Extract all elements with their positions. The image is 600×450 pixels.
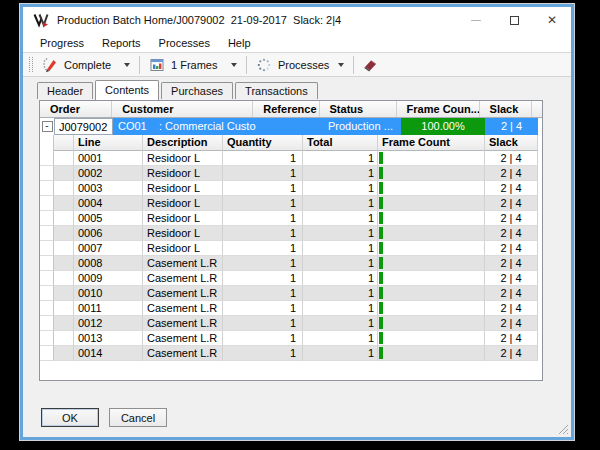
column-header-status[interactable]: Status	[320, 101, 397, 117]
processes-label: Processes	[278, 59, 330, 71]
total-cell: 1	[303, 226, 378, 241]
minimize-icon	[471, 20, 481, 21]
menu-processes[interactable]: Processes	[150, 37, 219, 49]
menu-help[interactable]: Help	[219, 37, 260, 49]
resize-grip[interactable]	[556, 422, 569, 435]
status-ellipsis: ...	[384, 120, 393, 135]
tab-contents[interactable]: Contents	[95, 80, 159, 100]
eraser-button[interactable]	[358, 54, 382, 75]
toolbar-separator	[139, 56, 140, 74]
total-cell: 1	[303, 316, 378, 331]
column-header-total[interactable]: Total	[303, 135, 378, 151]
line-row[interactable]: 0005 Residoor L 1 1 7.14% 2 | 4	[40, 211, 542, 226]
close-button[interactable]: ✕	[533, 7, 571, 33]
menu-progress[interactable]: Progress	[31, 37, 93, 49]
chevron-down-icon[interactable]	[231, 63, 237, 67]
cancel-button[interactable]: Cancel	[109, 408, 167, 427]
total-cell: 1	[303, 301, 378, 316]
line-row[interactable]: 0012 Casement L.R 1 1 7.14% 2 | 4	[40, 316, 542, 331]
processes-spinner-icon	[256, 57, 272, 73]
ok-button[interactable]: OK	[41, 408, 99, 427]
quantity-cell: 1	[223, 301, 303, 316]
order-row-selected[interactable]: - J0079002 CO01 : Commercial Customer ..…	[40, 118, 542, 135]
window-title: Production Batch Home/J0079002 21-09-201…	[57, 14, 457, 26]
tab-purchases[interactable]: Purchases	[161, 82, 233, 99]
total-cell: 1	[303, 211, 378, 226]
quantity-cell: 1	[223, 181, 303, 196]
minimize-button[interactable]	[457, 7, 495, 33]
column-header-description[interactable]: Description	[143, 135, 223, 151]
status-cell: Production ...	[323, 118, 401, 135]
frame-count-cell: 7.14%	[378, 196, 485, 211]
line-row[interactable]: 0013 Casement L.R 1 1 7.14% 2 | 4	[40, 331, 542, 346]
slack-cell: 2 | 4	[485, 256, 538, 271]
frame-count-cell: 7.14%	[378, 331, 485, 346]
line-row[interactable]: 0009 Casement L.R 1 1 7.14% 2 | 4	[40, 271, 542, 286]
tab-header[interactable]: Header	[37, 82, 93, 99]
line-row[interactable]: 0014 Casement L.R 1 1 7.14% 2 | 4	[40, 346, 542, 361]
row-header-gutter	[40, 196, 54, 211]
line-cell: 0005	[74, 211, 143, 226]
slack-cell: 2 | 4	[485, 286, 538, 301]
total-cell: 1	[303, 271, 378, 286]
row-header-gutter	[40, 226, 54, 241]
row-header-gutter	[40, 256, 54, 271]
line-row[interactable]: 0008 Casement L.R 1 1 7.14% 2 | 4	[40, 256, 542, 271]
menu-reports[interactable]: Reports	[93, 37, 150, 49]
row-header-gutter	[40, 271, 54, 286]
description-cell: Residoor L	[143, 196, 223, 211]
slack-cell: 2 | 4	[485, 181, 538, 196]
progress-bar-icon	[379, 212, 383, 224]
orders-grid: Order Customer Reference Status Frame Co…	[39, 100, 543, 381]
maximize-button[interactable]	[495, 7, 533, 33]
chevron-down-icon[interactable]	[124, 63, 130, 67]
quantity-cell: 1	[223, 166, 303, 181]
column-header-quantity[interactable]: Quantity	[223, 135, 303, 151]
line-row[interactable]: 0006 Residoor L 1 1 7.14% 2 | 4	[40, 226, 542, 241]
contents-tab-page: Order Customer Reference Status Frame Co…	[23, 99, 571, 437]
line-row[interactable]: 0007 Residoor L 1 1 7.14% 2 | 4	[40, 241, 542, 256]
collapse-button[interactable]: -	[42, 121, 53, 132]
progress-bar-icon	[379, 302, 383, 314]
lines-grid-body: 0001 Residoor L 1 1 7.14% 2 | 4 0002 Res…	[40, 151, 542, 361]
toolbar-separator	[353, 56, 354, 74]
toolbar-grip[interactable]	[29, 57, 33, 72]
tab-transactions[interactable]: Transactions	[235, 82, 318, 99]
column-header-frame-count[interactable]: Frame Coun...	[397, 101, 480, 117]
column-header-slack[interactable]: Slack	[480, 101, 532, 117]
frame-count-cell: 7.14%	[378, 271, 485, 286]
row-header-gutter	[40, 331, 54, 346]
slack-cell: 2 | 4	[485, 301, 538, 316]
slack-cell: 2 | 4	[485, 226, 538, 241]
frames-dropdown[interactable]: 1 Frames	[144, 54, 242, 75]
close-icon: ✕	[547, 14, 557, 26]
column-header-frame-count-sub[interactable]: Frame Count	[378, 135, 485, 151]
row-header-gutter	[40, 135, 54, 151]
column-header-order[interactable]: Order	[40, 101, 112, 117]
row-filler	[538, 256, 542, 271]
chevron-down-icon[interactable]	[338, 63, 344, 67]
complete-pen-icon	[42, 57, 58, 73]
progress-bar-icon	[379, 317, 383, 329]
quantity-cell: 1	[223, 196, 303, 211]
column-header-line[interactable]: Line	[74, 135, 143, 151]
column-header-reference[interactable]: Reference	[253, 101, 319, 117]
row-filler	[538, 211, 542, 226]
tabstrip: Header Contents Purchases Transactions	[23, 77, 571, 99]
line-row[interactable]: 0011 Casement L.R 1 1 7.14% 2 | 4	[40, 301, 542, 316]
line-row[interactable]: 0010 Casement L.R 1 1 7.14% 2 | 4	[40, 286, 542, 301]
column-header-customer[interactable]: Customer	[112, 101, 253, 117]
progress-bar-icon	[379, 227, 383, 239]
column-header-slack-sub[interactable]: Slack	[485, 135, 538, 151]
row-indent	[54, 151, 74, 166]
line-row[interactable]: 0001 Residoor L 1 1 7.14% 2 | 4	[40, 151, 542, 166]
line-row[interactable]: 0004 Residoor L 1 1 7.14% 2 | 4	[40, 196, 542, 211]
description-cell: Casement L.R	[143, 271, 223, 286]
frame-count-cell: 7.14%	[378, 166, 485, 181]
progress-bar-icon	[379, 197, 383, 209]
complete-dropdown[interactable]: Complete	[37, 54, 135, 75]
line-row[interactable]: 0002 Residoor L 1 1 7.14% 2 | 4	[40, 166, 542, 181]
lines-grid-header: Line Description Quantity Total Frame Co…	[40, 135, 542, 151]
processes-dropdown[interactable]: Processes	[251, 54, 349, 75]
line-row[interactable]: 0003 Residoor L 1 1 7.14% 2 | 4	[40, 181, 542, 196]
